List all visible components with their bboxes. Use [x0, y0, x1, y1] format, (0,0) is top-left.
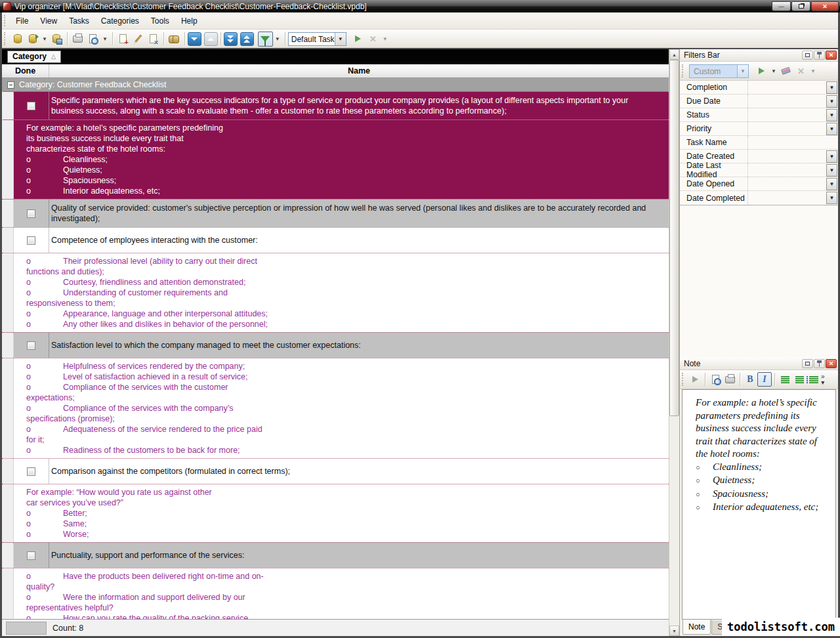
toolbar-overflow[interactable]: ▼: [381, 36, 390, 42]
note-apply-button[interactable]: [688, 372, 702, 387]
task-template-combo[interactable]: Default Task ▼: [288, 32, 346, 46]
task-row[interactable]: Comparison against the competitors (form…: [2, 458, 669, 484]
menu-item-help[interactable]: Help: [175, 14, 203, 28]
load-filter-dropdown[interactable]: ▼: [769, 68, 778, 74]
filter-preset-combo[interactable]: Custom ▼: [689, 64, 749, 78]
note-pin-button[interactable]: [814, 359, 825, 368]
task-row[interactable]: Competence of employees interacting with…: [2, 227, 669, 253]
filter-dropdown-button[interactable]: ▼: [826, 95, 837, 108]
find-button[interactable]: [167, 32, 182, 47]
column-header-done[interactable]: Done: [2, 64, 49, 77]
filter-dropdown-button[interactable]: ▼: [826, 178, 837, 190]
task-note-row[interactable]: For example: “How would you rate us agai…: [2, 484, 669, 542]
new-database-button[interactable]: [10, 32, 25, 47]
align-left-button[interactable]: [778, 372, 792, 387]
edit-task-button[interactable]: [131, 32, 146, 47]
print-preview-button[interactable]: [85, 32, 100, 47]
note-restore-button[interactable]: [802, 359, 813, 368]
task-row[interactable]: Satisfaction level to which the company …: [2, 332, 669, 358]
filter-dropdown-button[interactable]: ▼: [826, 150, 837, 163]
task-checkbox[interactable]: [27, 467, 35, 476]
open-database-dropdown[interactable]: ▼: [40, 36, 49, 42]
filters-toolbar-overflow[interactable]: ▼: [808, 68, 818, 74]
filter-value[interactable]: [748, 122, 826, 135]
collapse-icon[interactable]: [7, 81, 14, 89]
filter-value[interactable]: [748, 108, 826, 121]
scroll-thumb[interactable]: [669, 60, 679, 416]
task-note-row[interactable]: For example: a hotel’s specific paramete…: [2, 119, 669, 199]
filter-value[interactable]: [748, 177, 826, 190]
move-up-button[interactable]: [204, 32, 218, 46]
task-checkbox[interactable]: [27, 102, 35, 110]
filter-dropdown-button[interactable]: ▼: [826, 164, 837, 177]
menu-item-file[interactable]: File: [10, 14, 34, 28]
print-dropdown[interactable]: ▼: [100, 36, 110, 42]
note-print-button[interactable]: [723, 372, 737, 387]
group-by-category-tab[interactable]: Category △: [7, 51, 61, 63]
menu-item-tasks[interactable]: Tasks: [63, 14, 95, 28]
filters-close-button[interactable]: ✕: [826, 51, 837, 60]
load-filter-button[interactable]: [754, 64, 769, 79]
move-down-button[interactable]: [188, 32, 201, 46]
print-button[interactable]: [70, 32, 85, 47]
cancel-button[interactable]: ✕: [366, 32, 381, 47]
open-database-button[interactable]: [25, 32, 40, 47]
delete-filter-button[interactable]: ✕: [793, 64, 808, 79]
filters-pin-button[interactable]: [814, 51, 825, 60]
filter-value[interactable]: [748, 191, 826, 205]
scroll-up-button[interactable]: ▲: [669, 49, 679, 60]
note-line: oCompliance of the services with the com…: [26, 403, 665, 414]
restore-button[interactable]: [791, 1, 810, 11]
filter-value[interactable]: [748, 136, 838, 149]
close-button[interactable]: ✕: [811, 1, 839, 11]
italic-button[interactable]: I: [757, 372, 772, 387]
filter-dropdown-button[interactable]: ▼: [826, 123, 837, 135]
task-row[interactable]: Punctuality, support and performance of …: [2, 542, 669, 568]
column-header-name[interactable]: Name: [49, 64, 669, 77]
task-note-row[interactable]: oHave the products been delivered right …: [2, 568, 669, 619]
filter-preset-dropdown[interactable]: ▼: [737, 65, 748, 77]
filter-value[interactable]: [748, 81, 826, 94]
filter-value[interactable]: [748, 95, 826, 108]
save-database-button[interactable]: [49, 32, 64, 47]
note-print-preview-button[interactable]: [708, 372, 723, 387]
task-checkbox[interactable]: [27, 551, 35, 560]
align-right-button[interactable]: [792, 372, 807, 387]
clear-filter-button[interactable]: [778, 64, 793, 79]
task-note-row[interactable]: oTheir professional level (ability to ca…: [2, 253, 669, 332]
task-template-dropdown[interactable]: ▼: [335, 33, 346, 45]
task-row[interactable]: Quality of service provided: customer's …: [2, 199, 669, 227]
sort-ascending-icon: △: [51, 53, 56, 60]
filter-value[interactable]: [748, 150, 826, 163]
delete-task-button[interactable]: [146, 32, 161, 47]
menu-item-view[interactable]: View: [34, 14, 63, 28]
filters-restore-button[interactable]: [802, 51, 813, 60]
task-checkbox[interactable]: [27, 236, 35, 245]
move-to-bottom-button[interactable]: [224, 32, 238, 46]
apply-template-button[interactable]: [350, 32, 366, 47]
filter-dropdown-button[interactable]: ▼: [826, 109, 837, 121]
scroll-down-button[interactable]: ▼: [669, 626, 679, 636]
category-group-row[interactable]: Category: Customer Feedback Checklist: [2, 78, 669, 91]
task-checkbox[interactable]: [27, 341, 35, 350]
menu-item-categories[interactable]: Categories: [95, 14, 145, 28]
note-toolbar-overflow[interactable]: »▾: [821, 373, 825, 385]
filter-toggle-button[interactable]: [258, 32, 273, 47]
note-content[interactable]: For example: a hotel’s specificparameter…: [682, 389, 836, 620]
menu-item-tools[interactable]: Tools: [145, 14, 175, 28]
bullet-list-button[interactable]: [807, 372, 821, 387]
task-note-row[interactable]: oHelpfulness of services rendered by the…: [2, 358, 669, 458]
move-to-top-button[interactable]: [240, 32, 254, 46]
minimize-button[interactable]: —: [772, 1, 791, 11]
filter-value[interactable]: [748, 163, 826, 177]
filter-dropdown-button[interactable]: ▼: [826, 192, 837, 204]
bold-button[interactable]: B: [743, 372, 757, 387]
tab-note[interactable]: Note: [682, 620, 711, 635]
task-row[interactable]: Specific parameters which are the key su…: [2, 91, 669, 119]
scroll-track[interactable]: [669, 60, 679, 626]
filter-dropdown[interactable]: ▼: [273, 36, 282, 42]
new-task-button[interactable]: [116, 32, 131, 47]
task-checkbox[interactable]: [27, 209, 35, 218]
note-close-button[interactable]: ✕: [826, 359, 837, 368]
filter-dropdown-button[interactable]: ▼: [826, 81, 837, 94]
